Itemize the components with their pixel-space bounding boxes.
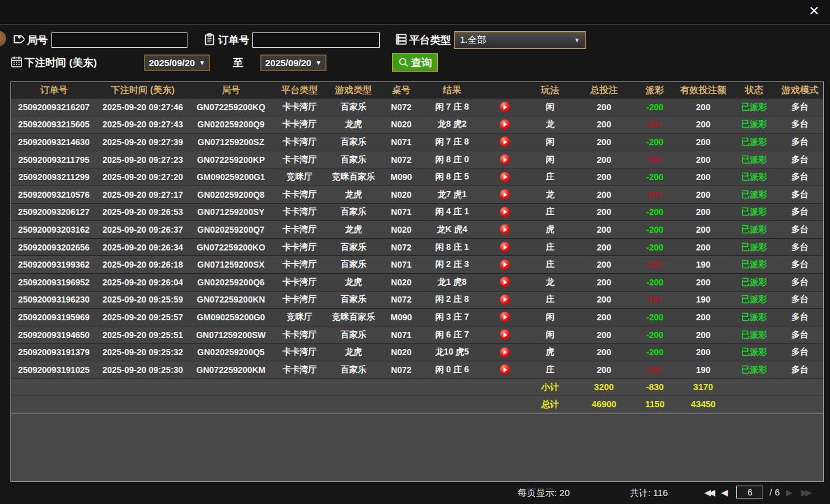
cell-replay	[483, 242, 527, 252]
play-icon[interactable]	[500, 347, 510, 358]
cell-status: 已派彩	[731, 154, 777, 165]
cell-result: 闲 8 庄 5	[421, 171, 483, 182]
cell-status: 已派彩	[731, 294, 777, 305]
round-input[interactable]	[51, 32, 187, 48]
cell-status: 已派彩	[731, 206, 777, 217]
filter-bar: 局号 订单号 平台类型 1.全部 ▼	[0, 25, 830, 81]
cell-mode: 多台	[777, 224, 823, 235]
cell-replay	[483, 172, 527, 182]
cell-bet-time: 2025-09-20 09:26:18	[97, 260, 189, 269]
cell-order-id: 250920093202656	[11, 243, 97, 252]
cell-game-type: 百家乐	[326, 137, 381, 148]
cell-order-id: 250920093196952	[11, 277, 97, 287]
cell-total-bet: 200	[573, 277, 635, 287]
cell-table-no: M090	[381, 172, 421, 182]
subtotal-label: 小计	[527, 382, 573, 393]
cell-play-type: 庄	[527, 364, 573, 375]
cell-valid-bet: 200	[675, 137, 731, 147]
cell-valid-bet: 200	[675, 347, 731, 357]
order-input[interactable]	[252, 32, 380, 48]
search-button-label: 查询	[411, 56, 432, 70]
cell-game-type: 百家乐	[326, 259, 381, 270]
cell-play-type: 闲	[527, 137, 573, 148]
table-row: 250920093211795 2025-09-20 09:27:23 GN07…	[11, 151, 823, 168]
cell-bet-time: 2025-09-20 09:26:34	[97, 243, 189, 252]
prev-page-icon[interactable]: ◀	[722, 487, 731, 497]
cell-order-id: 250920093203162	[11, 225, 97, 235]
cell-valid-bet: 200	[675, 207, 731, 217]
play-icon[interactable]	[500, 172, 510, 182]
cell-platform: 卡卡湾厅	[273, 347, 326, 358]
play-icon[interactable]	[500, 207, 510, 217]
cell-order-id: 250920093194650	[11, 330, 97, 340]
cell-valid-bet: 200	[675, 277, 731, 287]
cell-table-no: N072	[381, 155, 421, 165]
cell-payout: -200	[635, 347, 675, 357]
page-total-label: / 6	[769, 487, 780, 497]
platform-filter-label: 平台类型	[409, 33, 451, 47]
cell-result: 闲 7 庄 8	[421, 102, 483, 113]
cell-game-type: 龙虎	[326, 119, 381, 130]
play-icon[interactable]	[500, 224, 510, 235]
cell-status: 已派彩	[731, 329, 777, 340]
orders-table: 订单号 下注时间 (美东) 局号 平台类型 游戏类型 桌号 结果 玩法 总投注 …	[10, 81, 824, 482]
play-icon[interactable]	[500, 102, 510, 112]
date-from-value: 2025/09/20	[149, 58, 195, 68]
cell-game-type: 百家乐	[326, 242, 381, 253]
cell-platform: 卡卡湾厅	[273, 119, 326, 130]
cell-mode: 多台	[777, 102, 823, 113]
play-icon[interactable]	[500, 364, 510, 375]
grand-total-label: 总计	[527, 399, 573, 410]
cell-order-id: 250920093191025	[11, 365, 97, 375]
table-row: 250920093214630 2025-09-20 09:27:39 GN07…	[11, 133, 823, 151]
platform-select-value: 1.全部	[460, 34, 486, 46]
play-icon[interactable]	[500, 137, 510, 147]
close-icon[interactable]: ✕	[805, 2, 823, 20]
cell-round-id: GN072259200KN	[189, 295, 273, 304]
cell-replay	[483, 312, 527, 322]
cell-play-type: 虎	[527, 224, 573, 235]
cell-valid-bet: 190	[675, 260, 731, 269]
play-icon[interactable]	[500, 119, 510, 130]
page-number-input[interactable]	[736, 486, 763, 498]
search-button[interactable]: 查询	[392, 53, 438, 72]
cell-status: 已派彩	[731, 189, 777, 200]
cell-platform: 卡卡湾厅	[273, 224, 326, 235]
date-to-picker[interactable]: 2025/09/20 ▼	[260, 55, 326, 71]
cell-valid-bet: 200	[675, 172, 731, 182]
cell-payout: -200	[635, 102, 675, 112]
cell-play-type: 虎	[527, 347, 573, 358]
play-icon[interactable]	[500, 329, 510, 340]
cell-game-type: 龙虎	[326, 347, 381, 358]
play-icon[interactable]	[500, 154, 510, 165]
last-page-icon[interactable]: ▶▶	[801, 487, 812, 497]
table-row: 250920093196230 2025-09-20 09:25:59 GN07…	[11, 291, 823, 309]
cell-status: 已派彩	[731, 277, 777, 288]
cell-replay	[483, 189, 527, 200]
grand-total-row: 总计 46900 1150 43450	[11, 396, 823, 413]
table-row: 250920093211299 2025-09-20 09:27:20 GM09…	[11, 168, 823, 186]
next-page-icon[interactable]: ▶	[786, 487, 795, 497]
play-icon[interactable]	[500, 189, 510, 200]
first-page-icon[interactable]: ◀◀	[704, 487, 715, 497]
play-icon[interactable]	[500, 260, 510, 270]
cell-platform: 卡卡湾厅	[273, 137, 326, 148]
cell-replay	[483, 102, 527, 112]
cell-payout: 200	[635, 155, 675, 165]
date-from-picker[interactable]: 2025/09/20 ▼	[144, 55, 210, 71]
cell-status: 已派彩	[731, 242, 777, 253]
play-icon[interactable]	[500, 295, 510, 305]
cell-mode: 多台	[777, 189, 823, 200]
cell-game-type: 竞咪百家乐	[326, 312, 381, 323]
col-header-order-id: 订单号	[11, 85, 97, 96]
platform-select[interactable]: 1.全部 ▼	[455, 32, 586, 48]
play-icon[interactable]	[500, 312, 510, 322]
play-icon[interactable]	[500, 242, 510, 252]
cell-valid-bet: 200	[675, 243, 731, 252]
cell-platform: 卡卡湾厅	[273, 329, 326, 340]
cell-result: 闲 8 庄 0	[421, 154, 483, 165]
cell-order-id: 250920093191379	[11, 347, 97, 357]
play-icon[interactable]	[500, 277, 510, 287]
cell-mode: 多台	[777, 364, 823, 375]
cell-game-type: 龙虎	[326, 224, 381, 235]
